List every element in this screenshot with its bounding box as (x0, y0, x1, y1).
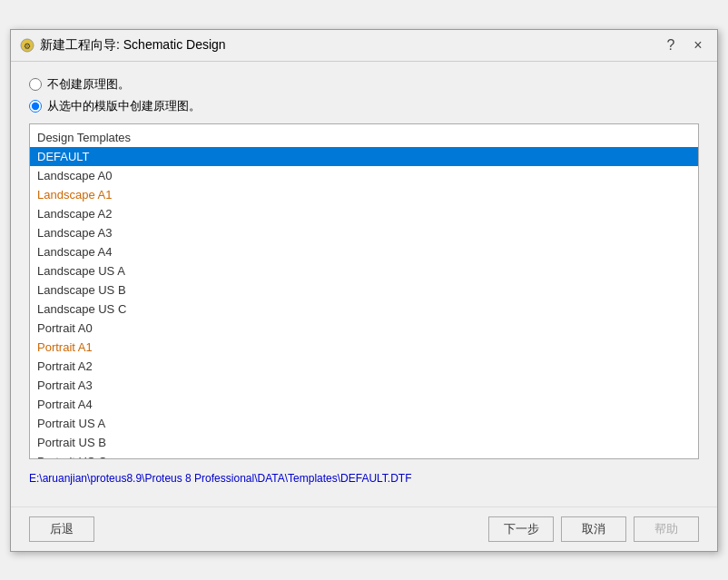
filepath: E:\aruanjian\proteus8.9\Proteus 8 Profes… (29, 468, 699, 488)
content-area: 不创建原理图。 从选中的模版中创建原理图。 Design Templates D… (11, 62, 717, 503)
app-icon: ⚙ (20, 38, 34, 53)
list-item[interactable]: Landscape A0 (30, 166, 698, 185)
help-button[interactable]: ? (661, 35, 681, 55)
template-list[interactable]: Design Templates DEFAULTLandscape A0Land… (29, 123, 699, 459)
next-button[interactable]: 下一步 (488, 516, 554, 542)
list-item[interactable]: Landscape US A (30, 261, 698, 280)
titlebar: ⚙ 新建工程向导: Schematic Design ? × (11, 30, 717, 62)
footer-right: 下一步 取消 帮助 (488, 516, 699, 542)
main-window: ⚙ 新建工程向导: Schematic Design ? × 不创建原理图。 从… (10, 29, 718, 552)
close-button[interactable]: × (688, 35, 708, 55)
list-item[interactable]: Portrait A0 (30, 319, 698, 338)
cancel-button[interactable]: 取消 (561, 516, 626, 542)
list-items-container: DEFAULTLandscape A0Landscape A1Landscape… (30, 147, 698, 459)
radio-option1[interactable]: 不创建原理图。 (29, 76, 699, 93)
svg-text:⚙: ⚙ (24, 42, 31, 51)
list-item[interactable]: Portrait A2 (30, 357, 698, 376)
window-title: 新建工程向导: Schematic Design (40, 37, 226, 54)
list-item[interactable]: Portrait US A (30, 414, 698, 433)
list-item[interactable]: Portrait US B (30, 433, 698, 452)
list-item[interactable]: Landscape A3 (30, 223, 698, 242)
radio-input-1[interactable] (29, 78, 42, 91)
list-item[interactable]: Landscape A4 (30, 242, 698, 261)
list-item[interactable]: Landscape A1 (30, 185, 698, 204)
list-header: Design Templates (30, 128, 698, 147)
footer: 后退 下一步 取消 帮助 (11, 506, 717, 551)
radio-label-1: 不创建原理图。 (47, 76, 130, 93)
list-item[interactable]: Portrait A4 (30, 395, 698, 414)
list-item[interactable]: DEFAULT (30, 147, 698, 166)
list-item[interactable]: Landscape A2 (30, 204, 698, 223)
list-item[interactable]: Portrait US C (30, 452, 698, 459)
titlebar-buttons: ? × (661, 35, 708, 55)
back-button[interactable]: 后退 (29, 516, 94, 542)
radio-group: 不创建原理图。 从选中的模版中创建原理图。 (29, 76, 699, 114)
radio-input-2[interactable] (29, 100, 42, 113)
list-item[interactable]: Portrait A3 (30, 376, 698, 395)
list-item[interactable]: Landscape US C (30, 300, 698, 319)
radio-option2[interactable]: 从选中的模版中创建原理图。 (29, 98, 699, 114)
list-item[interactable]: Landscape US B (30, 280, 698, 300)
titlebar-left: ⚙ 新建工程向导: Schematic Design (20, 37, 226, 54)
list-item[interactable]: Portrait A1 (30, 338, 698, 357)
help-footer-button[interactable]: 帮助 (634, 516, 699, 542)
footer-left: 后退 (29, 516, 94, 542)
radio-label-2: 从选中的模版中创建原理图。 (47, 98, 201, 114)
